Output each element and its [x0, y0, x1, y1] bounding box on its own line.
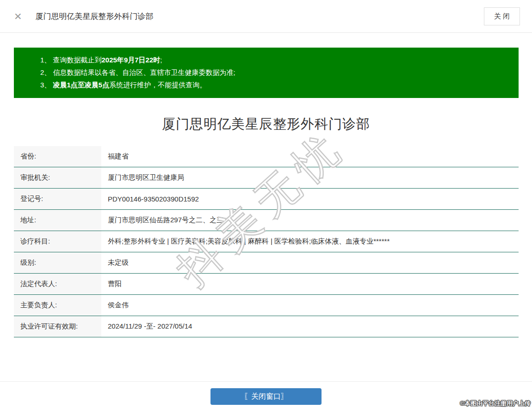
table-row-principal: 主要负责人: 侯金伟: [14, 295, 519, 316]
notice-line-3-text: 3、: [40, 81, 53, 89]
row-value: 外科;整形外科专业 | 医疗美容科;美容皮肤科 | 麻醉科 | 医学检验科;临床…: [101, 231, 519, 252]
notice-banner: 1、 查询数据截止到2025年9月7日22时; 2、 信息数据结果以各省、自治区…: [14, 48, 519, 98]
row-label: 登记号:: [14, 189, 101, 209]
table-row-departments: 诊疗科目: 外科;整形外科专业 | 医疗美容科;美容皮肤科 | 麻醉科 | 医学…: [14, 231, 519, 252]
window-title: 厦门思明亿美星辰整形外科门诊部: [36, 11, 154, 22]
row-label: 审批机关:: [14, 167, 101, 188]
notice-line-1-suffix: ;: [160, 56, 162, 64]
row-label: 法定代表人:: [14, 274, 101, 294]
table-row-license-validity: 执业许可证有效期: 2024/11/29 -至- 2027/05/14: [14, 316, 519, 337]
row-value: 曹阳: [101, 274, 519, 294]
footer-bar: 〖关闭窗口〗: [0, 381, 532, 409]
top-bar: ✕ 厦门思明亿美星辰整形外科门诊部 关 闭: [0, 0, 532, 33]
table-row-province: 省份: 福建省: [14, 146, 519, 167]
notice-line-1-bold: 2025年9月7日22时: [102, 56, 161, 64]
row-label: 地址:: [14, 210, 101, 231]
row-value: 2024/11/29 -至- 2027/05/14: [101, 316, 519, 337]
notice-line-2-text: 2、 信息数据结果以各省、自治区、直辖市卫生健康委数据为准;: [40, 68, 235, 76]
row-value: 厦门市思明区卫生健康局: [101, 167, 519, 188]
table-row-level: 级别: 未定级: [14, 252, 519, 274]
row-value: 厦门市思明区仙岳路297号之二、之三: [101, 210, 519, 231]
table-row-address: 地址: 厦门市思明区仙岳路297号之二、之三: [14, 210, 519, 231]
row-label: 诊疗科目:: [14, 231, 101, 252]
row-value: PDY00146-935020390D1592: [101, 189, 519, 209]
row-label: 主要负责人:: [14, 295, 101, 316]
row-value: 未定级: [101, 252, 519, 273]
close-button[interactable]: 关 闭: [484, 7, 520, 25]
row-label: 省份:: [14, 146, 101, 167]
table-row-legal-representative: 法定代表人: 曹阳: [14, 274, 519, 295]
row-value: 侯金伟: [101, 295, 519, 316]
notice-line-1: 1、 查询数据截止到2025年9月7日22时;: [40, 54, 509, 66]
notice-line-3-bold: 凌晨1点至凌晨5点: [53, 81, 110, 89]
row-label: 执业许可证有效期:: [14, 316, 101, 337]
table-row-registration-number: 登记号: PDY00146-935020390D1592: [14, 189, 519, 210]
row-label: 级别:: [14, 252, 101, 273]
close-window-button[interactable]: 〖关闭窗口〗: [210, 388, 322, 405]
close-x-icon[interactable]: ✕: [14, 12, 22, 21]
page-title: 厦门思明亿美星辰整形外科门诊部: [0, 115, 532, 134]
table-row-approval-authority: 审批机关: 厦门市思明区卫生健康局: [14, 167, 519, 189]
row-value: 福建省: [101, 146, 519, 167]
info-table: 省份: 福建省 审批机关: 厦门市思明区卫生健康局 登记号: PDY00146-…: [14, 146, 519, 337]
notice-line-3: 3、 凌晨1点至凌晨5点系统进行维护，不能提供查询。: [40, 79, 509, 91]
notice-line-3-suffix: 系统进行维护，不能提供查询。: [109, 81, 206, 89]
notice-line-2: 2、 信息数据结果以各省、自治区、直辖市卫生健康委数据为准;: [40, 66, 509, 79]
notice-line-1-text: 1、 查询数据截止到: [40, 56, 102, 64]
upload-credit-watermark: ©本图由平台注册用户上传: [460, 399, 531, 408]
